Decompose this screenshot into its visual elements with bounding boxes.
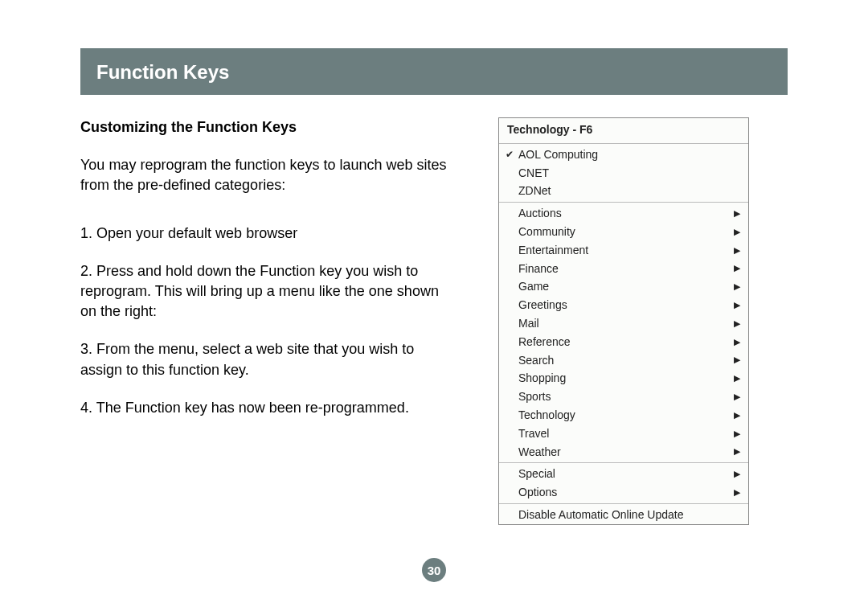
chevron-right-icon: ▶	[734, 429, 740, 439]
menu-item-label: CNET	[518, 166, 549, 180]
menu-item-label: AOL Computing	[518, 148, 598, 162]
context-menu: Technology - F6 ✔ AOL Computing CNET ZDN…	[498, 117, 749, 525]
page-header-bar: Function Keys	[80, 48, 788, 95]
menu-item-travel[interactable]: Travel ▶	[499, 425, 748, 443]
chevron-right-icon: ▶	[734, 410, 740, 420]
menu-item-search[interactable]: Search ▶	[499, 351, 748, 370]
menu-item-aol[interactable]: ✔ AOL Computing	[499, 146, 748, 164]
step-2: 2. Press and hold down the Function key …	[80, 261, 458, 322]
menu-item-label: Game	[518, 280, 549, 293]
menu-item-label: Search	[518, 354, 554, 367]
menu-item-reference[interactable]: Reference ▶	[499, 333, 748, 351]
chevron-right-icon: ▶	[734, 281, 740, 292]
instructions-column: Customizing the Function Keys You may re…	[80, 117, 458, 436]
menu-item-label: Entertainment	[518, 244, 588, 257]
menu-item-label: Shopping	[518, 371, 566, 385]
menu-item-weather[interactable]: Weather ▶	[499, 443, 748, 461]
chevron-right-icon: ▶	[734, 392, 740, 402]
menu-divider	[499, 503, 748, 504]
menu-item-label: Special	[518, 467, 555, 481]
menu-item-zdnet[interactable]: ZDNet	[499, 182, 748, 200]
chevron-right-icon: ▶	[734, 469, 740, 479]
chevron-right-icon: ▶	[734, 245, 740, 256]
menu-item-label: Weather	[518, 445, 561, 459]
menu-item-community[interactable]: Community ▶	[499, 223, 748, 241]
menu-item-label: Technology	[518, 408, 575, 422]
menu-item-label: Travel	[518, 427, 549, 441]
menu-item-special[interactable]: Special ▶	[499, 465, 748, 483]
menu-item-mail[interactable]: Mail ▶	[499, 314, 748, 333]
menu-item-shopping[interactable]: Shopping ▶	[499, 369, 748, 388]
page-number-badge: 30	[422, 558, 446, 582]
menu-item-label: ZDNet	[518, 184, 551, 198]
menu-item-label: Greetings	[518, 298, 567, 312]
menu-item-finance[interactable]: Finance ▶	[499, 260, 748, 278]
menu-item-disable-update[interactable]: Disable Automatic Online Update	[499, 506, 748, 524]
page-number: 30	[428, 564, 441, 577]
menu-divider	[499, 202, 748, 203]
chevron-right-icon: ▶	[734, 373, 740, 384]
menu-title: Technology - F6	[499, 118, 748, 142]
menu-divider	[499, 143, 748, 144]
menu-item-technology[interactable]: Technology ▶	[499, 406, 748, 425]
menu-item-auctions[interactable]: Auctions ▶	[499, 204, 748, 223]
menu-item-label: Options	[518, 486, 557, 499]
menu-item-entertainment[interactable]: Entertainment ▶	[499, 241, 748, 260]
chevron-right-icon: ▶	[734, 318, 740, 329]
menu-item-label: Auctions	[518, 207, 562, 220]
menu-item-options[interactable]: Options ▶	[499, 483, 748, 502]
chevron-right-icon: ▶	[734, 227, 740, 237]
menu-item-label: Sports	[518, 390, 551, 404]
intro-text: You may reprogram the function keys to l…	[80, 155, 458, 195]
content-area: Customizing the Function Keys You may re…	[80, 117, 788, 525]
menu-item-cnet[interactable]: CNET	[499, 164, 748, 183]
chevron-right-icon: ▶	[734, 446, 740, 457]
chevron-right-icon: ▶	[734, 263, 740, 273]
chevron-right-icon: ▶	[734, 355, 740, 365]
step-4: 4. The Function key has now been re-prog…	[80, 398, 458, 418]
chevron-right-icon: ▶	[734, 487, 740, 498]
page-title: Function Keys	[96, 61, 772, 84]
menu-item-greetings[interactable]: Greetings ▶	[499, 296, 748, 314]
check-icon: ✔	[506, 149, 514, 160]
step-3: 3. From the menu, select a web site that…	[80, 339, 458, 379]
menu-item-label: Community	[518, 225, 575, 239]
chevron-right-icon: ▶	[734, 208, 740, 219]
chevron-right-icon: ▶	[734, 337, 740, 347]
menu-item-label: Reference	[518, 335, 571, 349]
menu-item-label: Finance	[518, 262, 559, 276]
document-page: Function Keys Customizing the Function K…	[0, 0, 868, 603]
menu-item-game[interactable]: Game ▶	[499, 277, 748, 296]
menu-item-label: Disable Automatic Online Update	[518, 508, 683, 522]
menu-item-sports[interactable]: Sports ▶	[499, 388, 748, 406]
section-subtitle: Customizing the Function Keys	[80, 117, 458, 137]
step-1: 1. Open your default web browser	[80, 224, 458, 244]
chevron-right-icon: ▶	[734, 300, 740, 310]
menu-item-label: Mail	[518, 317, 539, 330]
menu-divider	[499, 462, 748, 463]
